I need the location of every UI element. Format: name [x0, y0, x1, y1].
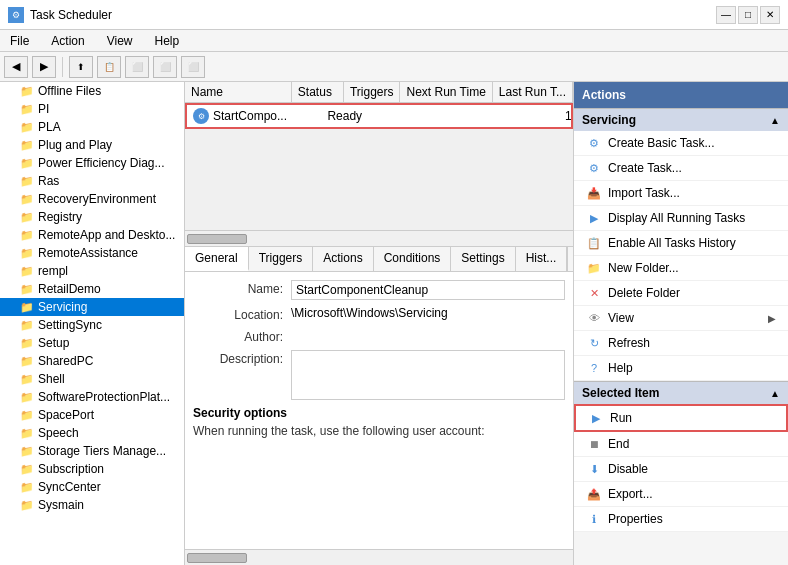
action-label: New Folder...	[608, 261, 776, 275]
toolbar-btn-2[interactable]: 📋	[97, 56, 121, 78]
forward-button[interactable]: ▶	[32, 56, 56, 78]
detail-scroll-thumb[interactable]	[187, 553, 247, 563]
col-header-status[interactable]: Status	[292, 82, 344, 102]
name-input[interactable]	[291, 280, 565, 300]
back-button[interactable]: ◀	[4, 56, 28, 78]
tab-conditions[interactable]: Conditions	[374, 247, 452, 271]
tab-actions[interactable]: Actions	[313, 247, 373, 271]
close-button[interactable]: ✕	[760, 6, 780, 24]
action-label: Enable All Tasks History	[608, 236, 776, 250]
menu-file[interactable]: File	[4, 32, 35, 50]
toolbar-btn-4[interactable]: ⬜	[153, 56, 177, 78]
tree-item-recovery[interactable]: 📁 RecoveryEnvironment	[0, 190, 184, 208]
action-export[interactable]: 📤 Export...	[574, 482, 788, 507]
section-header-servicing[interactable]: Servicing ▲	[574, 108, 788, 131]
tree-label: SyncCenter	[38, 480, 101, 494]
task-list-body: ⚙ StartCompo... Ready 12/19/201	[185, 103, 573, 230]
section-title-servicing: Servicing	[582, 113, 636, 127]
view-icon: 👁	[586, 310, 602, 326]
app-title: Task Scheduler	[30, 8, 112, 22]
toolbar-btn-5[interactable]: ⬜	[181, 56, 205, 78]
action-display-running[interactable]: ▶ Display All Running Tasks	[574, 206, 788, 231]
toolbar-btn-3[interactable]: ⬜	[125, 56, 149, 78]
action-create-basic-task[interactable]: ⚙ Create Basic Task...	[574, 131, 788, 156]
tree-item-remoteapp[interactable]: 📁 RemoteApp and Deskto...	[0, 226, 184, 244]
tree-item-registry[interactable]: 📁 Registry	[0, 208, 184, 226]
tree-item-sync-center[interactable]: 📁 SyncCenter	[0, 478, 184, 496]
tree-item-remote-assistance[interactable]: 📁 RemoteAssistance	[0, 244, 184, 262]
help-icon: ?	[586, 360, 602, 376]
tab-settings[interactable]: Settings	[451, 247, 515, 271]
action-delete-folder[interactable]: ✕ Delete Folder	[574, 281, 788, 306]
tree-item-offline-files[interactable]: 📁 Offline Files	[0, 82, 184, 100]
scroll-thumb[interactable]	[187, 234, 247, 244]
action-run[interactable]: ▶ Run	[574, 404, 788, 432]
col-header-last-run[interactable]: Last Run T...	[493, 82, 573, 102]
folder-icon: 📁	[20, 337, 34, 350]
task-row-icon: ⚙	[193, 108, 209, 124]
tree-item-ras[interactable]: 📁 Ras	[0, 172, 184, 190]
tree-label: Power Efficiency Diag...	[38, 156, 165, 170]
task-row[interactable]: ⚙ StartCompo... Ready 12/19/201	[185, 103, 573, 129]
display-running-icon: ▶	[586, 210, 602, 226]
tree-item-pla[interactable]: 📁 PLA	[0, 118, 184, 136]
folder-icon: 📁	[20, 265, 34, 278]
tab-triggers[interactable]: Triggers	[249, 247, 314, 271]
tree-item-shell[interactable]: 📁 Shell	[0, 370, 184, 388]
maximize-button[interactable]: □	[738, 6, 758, 24]
tree-item-sysmain[interactable]: 📁 Sysmain	[0, 496, 184, 514]
tree-item-sharedpc[interactable]: 📁 SharedPC	[0, 352, 184, 370]
tree-item-pi[interactable]: 📁 PI	[0, 100, 184, 118]
tree-item-setup[interactable]: 📁 Setup	[0, 334, 184, 352]
tree-item-software-protection[interactable]: 📁 SoftwareProtectionPlat...	[0, 388, 184, 406]
tree-item-power[interactable]: 📁 Power Efficiency Diag...	[0, 154, 184, 172]
action-help[interactable]: ? Help	[574, 356, 788, 381]
folder-icon: 📁	[20, 247, 34, 260]
action-properties[interactable]: ℹ Properties	[574, 507, 788, 532]
tree-item-subscription[interactable]: 📁 Subscription	[0, 460, 184, 478]
menu-bar: File Action View Help	[0, 30, 788, 52]
action-view[interactable]: 👁 View ▶	[574, 306, 788, 331]
action-enable-history[interactable]: 📋 Enable All Tasks History	[574, 231, 788, 256]
folder-icon: 📁	[20, 427, 34, 440]
tree-item-setting-sync[interactable]: 📁 SettingSync	[0, 316, 184, 334]
tree-item-speech[interactable]: 📁 Speech	[0, 424, 184, 442]
action-end[interactable]: ⏹ End	[574, 432, 788, 457]
col-header-triggers[interactable]: Triggers	[344, 82, 401, 102]
tree-item-retail-demo[interactable]: 📁 RetailDemo	[0, 280, 184, 298]
tree-item-storage-tiers[interactable]: 📁 Storage Tiers Manage...	[0, 442, 184, 460]
action-disable[interactable]: ⬇ Disable	[574, 457, 788, 482]
action-label: View	[608, 311, 762, 325]
minimize-button[interactable]: —	[716, 6, 736, 24]
action-refresh[interactable]: ↻ Refresh	[574, 331, 788, 356]
toolbar-btn-1[interactable]: ⬆	[69, 56, 93, 78]
folder-icon: 📁	[20, 355, 34, 368]
menu-view[interactable]: View	[101, 32, 139, 50]
detail-hscrollbar[interactable]	[185, 549, 573, 565]
col-header-name[interactable]: Name	[185, 82, 292, 102]
tree-item-spaceport[interactable]: 📁 SpacePort	[0, 406, 184, 424]
tab-general[interactable]: General	[185, 247, 249, 271]
folder-icon: 📁	[20, 391, 34, 404]
menu-help[interactable]: Help	[149, 32, 186, 50]
tree-item-servicing[interactable]: 📁 Servicing	[0, 298, 184, 316]
folder-icon: 📁	[20, 139, 34, 152]
section-header-selected-item[interactable]: Selected Item ▲	[574, 381, 788, 404]
tab-history[interactable]: Hist...	[516, 247, 568, 271]
action-create-task[interactable]: ⚙ Create Task...	[574, 156, 788, 181]
col-header-next-run[interactable]: Next Run Time	[400, 82, 492, 102]
tree-item-plug-and-play[interactable]: 📁 Plug and Play	[0, 136, 184, 154]
tree-label: Offline Files	[38, 84, 101, 98]
new-folder-icon: 📁	[586, 260, 602, 276]
menu-action[interactable]: Action	[45, 32, 90, 50]
description-textarea[interactable]	[291, 350, 565, 400]
folder-icon: 📁	[20, 283, 34, 296]
action-import-task[interactable]: 📥 Import Task...	[574, 181, 788, 206]
tree-label: rempl	[38, 264, 68, 278]
tree-label: Shell	[38, 372, 65, 386]
task-list-hscrollbar[interactable]	[185, 230, 573, 246]
tab-bar: General Triggers Actions Conditions Sett…	[185, 247, 573, 272]
folder-icon: 📁	[20, 157, 34, 170]
action-new-folder[interactable]: 📁 New Folder...	[574, 256, 788, 281]
tree-item-rempl[interactable]: 📁 rempl	[0, 262, 184, 280]
